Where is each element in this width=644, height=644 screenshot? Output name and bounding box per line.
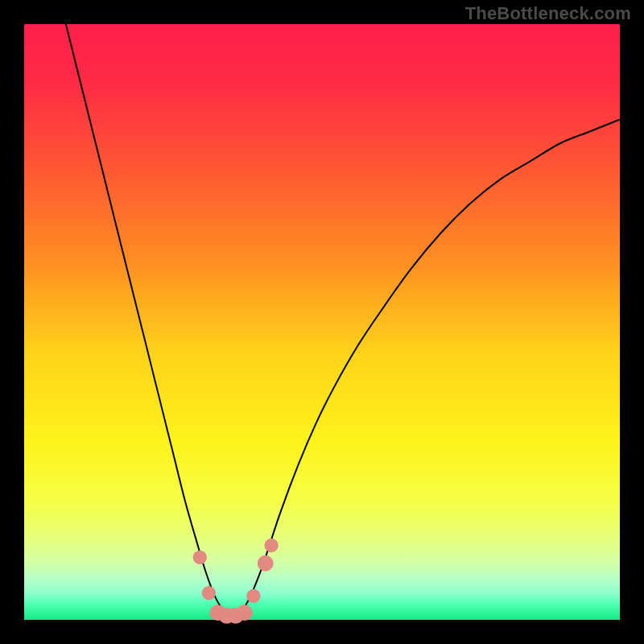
plot-background [24,24,620,620]
chart-frame: TheBottleneck.com [0,0,644,644]
marker-dot [246,589,260,603]
bottleneck-chart [0,0,644,644]
marker-dot [237,605,253,621]
marker-dot [202,586,216,600]
marker-dot [264,539,278,552]
marker-dot [258,555,274,572]
marker-dot [193,551,207,564]
watermark-text: TheBottleneck.com [465,3,631,24]
